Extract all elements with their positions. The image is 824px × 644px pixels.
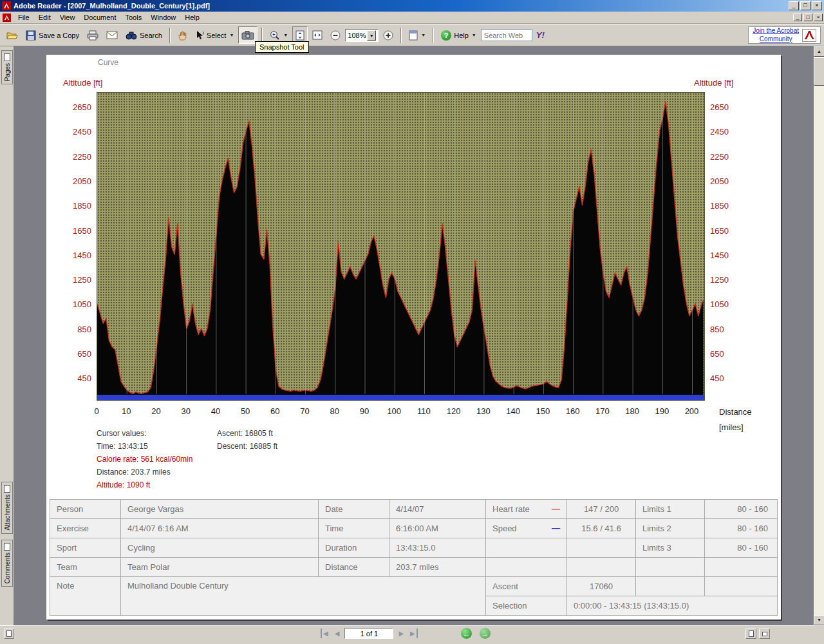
toolbar-separator bbox=[433, 28, 434, 43]
pdf-page: Curve Altitude [ft] Altitude [ft] 450650… bbox=[46, 55, 781, 620]
doc-close-button[interactable]: × bbox=[814, 14, 823, 21]
menu-tools[interactable]: Tools bbox=[121, 12, 147, 23]
toolbar-separator bbox=[261, 28, 263, 43]
sidebar-tab-attachments[interactable]: Attachments bbox=[1, 482, 13, 534]
first-page-button[interactable]: ◀ bbox=[321, 629, 330, 638]
document-viewport[interactable]: Curve Altitude [ft] Altitude [ft] 450650… bbox=[14, 46, 813, 625]
speed-legend-icon: — bbox=[552, 523, 560, 533]
zoom-magnifier-icon bbox=[270, 30, 280, 41]
email-button[interactable] bbox=[103, 26, 121, 44]
adobe-reader-window: Adobe Reader - [2007_Mulholland_Double_C… bbox=[0, 0, 824, 644]
descent-value: Descent: 16885 ft bbox=[217, 440, 277, 453]
sidebar-tab-pages[interactable]: Pages bbox=[1, 50, 13, 84]
document-icon bbox=[3, 14, 11, 22]
limits1-value: 80 - 160 bbox=[705, 500, 778, 519]
selection-value: 0:00:00 - 13:43:15 (13:43:15.0) bbox=[567, 596, 778, 616]
help-button[interactable]: ? Help ▼ bbox=[438, 26, 480, 44]
menu-edit[interactable]: Edit bbox=[34, 12, 55, 23]
scroll-down-icon[interactable]: ▼ bbox=[814, 615, 824, 625]
minimize-button[interactable]: _ bbox=[789, 1, 799, 10]
previous-page-button[interactable]: ◀ bbox=[333, 629, 341, 638]
search-web-input[interactable] bbox=[481, 29, 532, 41]
heart-rate-legend-icon: — bbox=[552, 504, 560, 513]
vertical-scrollbar[interactable]: ▲ ▼ bbox=[813, 46, 824, 625]
search-button[interactable]: Search bbox=[122, 26, 165, 44]
speed-bar bbox=[97, 395, 704, 400]
next-view-button[interactable]: → bbox=[480, 628, 491, 639]
menu-file[interactable]: File bbox=[14, 12, 34, 23]
exercise-value: 4/14/07 6:16 AM bbox=[121, 519, 319, 538]
open-button[interactable] bbox=[3, 26, 21, 44]
page-number-input[interactable] bbox=[344, 628, 393, 639]
comments-icon bbox=[4, 543, 10, 551]
zoom-out-icon bbox=[330, 30, 341, 41]
table-row: Person George Vargas Date 4/14/07 Heart … bbox=[50, 500, 778, 519]
status-page-icon[interactable] bbox=[4, 629, 14, 639]
join-acrobat-link-line1[interactable]: Join the Acrobat bbox=[753, 27, 799, 35]
sidebar-tab-comments[interactable]: Comments bbox=[1, 540, 13, 587]
yahoo-icon[interactable]: Y! bbox=[534, 30, 547, 40]
title-bar[interactable]: Adobe Reader - [2007_Mulholland_Double_C… bbox=[0, 0, 824, 12]
next-page-button[interactable]: ▶ bbox=[397, 629, 405, 638]
zoom-in-icon bbox=[383, 30, 393, 41]
empty-cell bbox=[567, 558, 636, 577]
doc-minimize-button[interactable]: _ bbox=[793, 14, 802, 21]
continuous-page-toggle[interactable] bbox=[759, 629, 770, 639]
table-row: Exercise 4/14/07 6:16 AM Time 6:16:00 AM… bbox=[50, 519, 778, 538]
zoom-in-button[interactable] bbox=[380, 26, 397, 44]
main-toolbar: Save a Copy Search Select ▼ ▼ bbox=[0, 24, 824, 46]
single-page-toggle[interactable] bbox=[745, 629, 756, 639]
selection-label: Selection bbox=[486, 596, 567, 616]
cursor-values-block: Cursor values: Time: 13:43:15 Calorie ra… bbox=[97, 427, 192, 491]
scrollbar-thumb[interactable] bbox=[814, 57, 824, 86]
select-tool-button[interactable]: Select ▼ bbox=[192, 26, 238, 44]
last-page-button[interactable]: ▶ bbox=[409, 629, 418, 638]
chevron-down-icon[interactable]: ▼ bbox=[367, 30, 376, 41]
join-acrobat-link-line2[interactable]: Community bbox=[753, 35, 799, 44]
zoom-out-button[interactable] bbox=[327, 26, 344, 44]
menu-bar: File Edit View Document Tools Window Hel… bbox=[0, 12, 824, 24]
page-display-button[interactable]: ▼ bbox=[406, 26, 429, 44]
previous-view-button[interactable]: ← bbox=[461, 628, 472, 639]
menu-view[interactable]: View bbox=[55, 12, 80, 23]
sidebar-tab-label: Attachments bbox=[4, 495, 11, 531]
cursor-distance: Distance: 203.7 miles bbox=[97, 466, 192, 478]
help-icon: ? bbox=[441, 30, 451, 41]
close-button[interactable]: × bbox=[812, 1, 822, 10]
fit-width-icon bbox=[312, 30, 323, 40]
sport-value: Cycling bbox=[121, 538, 319, 558]
empty-cell bbox=[636, 558, 705, 577]
table-row: Team Team Polar Distance 203.7 miles bbox=[50, 558, 778, 577]
attachments-icon bbox=[4, 485, 10, 493]
save-a-copy-button[interactable]: Save a Copy bbox=[23, 26, 82, 44]
chevron-down-icon: ▼ bbox=[283, 33, 288, 37]
acrobat-community-panel[interactable]: Join the Acrobat Community bbox=[748, 26, 821, 44]
menu-document[interactable]: Document bbox=[79, 12, 120, 23]
save-a-copy-label: Save a Copy bbox=[39, 32, 79, 39]
search-label: Search bbox=[140, 32, 162, 39]
snapshot-tooltip: Snapshot Tool bbox=[255, 41, 309, 53]
empty-cell bbox=[636, 577, 705, 596]
hand-tool-button[interactable] bbox=[174, 26, 191, 44]
altitude-profile-chart[interactable] bbox=[97, 92, 705, 401]
sidebar-tab-label: Comments bbox=[4, 553, 11, 583]
view-history: ← → bbox=[461, 628, 491, 639]
y-axis-ticks-right: 4506508501050125014501650185020502250245… bbox=[710, 92, 740, 402]
speed-value: 15.6 / 41.6 bbox=[567, 519, 636, 538]
cursor-time: Time: 13:43:15 bbox=[97, 440, 192, 453]
print-button[interactable] bbox=[84, 26, 102, 44]
chevron-down-icon: ▼ bbox=[229, 33, 234, 37]
scroll-up-icon[interactable]: ▲ bbox=[814, 46, 824, 57]
menu-help[interactable]: Help bbox=[180, 12, 204, 23]
restore-button[interactable]: □ bbox=[800, 1, 810, 10]
zoom-level-combobox[interactable]: 108% ▼ bbox=[345, 29, 379, 42]
menu-window[interactable]: Window bbox=[146, 12, 180, 23]
doc-restore-button[interactable]: □ bbox=[803, 14, 812, 21]
ascent-table-value: 17060 bbox=[567, 577, 636, 596]
y-axis-title-left: Altitude [ft] bbox=[63, 78, 102, 88]
exercise-label: Exercise bbox=[50, 519, 121, 538]
duration-value: 13:43:15.0 bbox=[389, 538, 486, 558]
time-value: 6:16:00 AM bbox=[389, 519, 486, 538]
fit-width-button[interactable] bbox=[309, 26, 326, 44]
limits1-label: Limits 1 bbox=[636, 500, 705, 519]
